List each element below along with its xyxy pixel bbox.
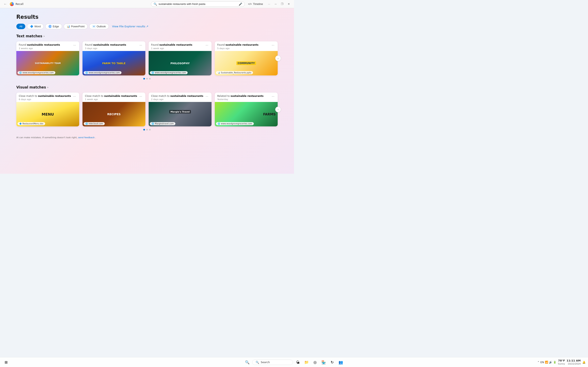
card-label-3: Found sustainable restaurants (151, 43, 205, 47)
visual-card-time-4: Yesterday (217, 98, 271, 101)
visual-card-label-3: Close match to sustainable restaurants (151, 95, 205, 98)
card-source-text-2: www.woodgrovegroceries.com (89, 72, 120, 74)
card-menu-4[interactable]: ··· (271, 43, 275, 47)
card-source-text-1: www.woodgrovegroceries.com (22, 72, 54, 74)
dot-2-2[interactable] (146, 129, 148, 131)
filter-powerpoint[interactable]: 📊 PowerPoint (64, 24, 87, 29)
visual-card-menu-2[interactable]: ··· (139, 95, 143, 98)
search-icon: 🔍 (154, 2, 157, 6)
send-feedback-link[interactable]: send feedback (78, 136, 95, 139)
external-link-icon: ↗ (146, 25, 148, 28)
text-matches-title: Text matches (16, 34, 42, 38)
outlook-icon: 📧 (92, 25, 95, 28)
visual-card-favicon-3: 🌐 (151, 123, 154, 125)
recall-icon (10, 2, 14, 6)
main-content: Results All 🔷 Word 🌀 Edge 📊 PowerPoint 📧… (0, 8, 294, 174)
visual-card-favicon-4: 🌐 (218, 123, 220, 125)
timeline-label: Timeline (253, 2, 263, 6)
visual-card-source-3: 🌐 Margiestravel.com (150, 122, 175, 125)
visual-card-favicon-2: 🌐 (85, 123, 88, 125)
card-time-1: 2 weeks ago (19, 47, 72, 50)
ai-disclaimer: AI can make mistakes. If something doesn… (16, 136, 278, 139)
visual-matches-grid: Close match to sustainable restaurants 6… (16, 92, 278, 127)
search-bar[interactable]: 🔍 🎤 (151, 1, 245, 7)
visual-card-menu-3[interactable]: ··· (205, 95, 209, 98)
visual-card-header-4: Related to sustainable restaurants Yeste… (215, 92, 278, 102)
dot-1-active[interactable] (143, 78, 145, 80)
card-header-1: Found sustainable restaurants 2 weeks ag… (16, 42, 79, 51)
mic-icon[interactable]: 🎤 (239, 2, 242, 6)
card-label-1: Found sustainable restaurants (19, 43, 72, 47)
card-image-wrapper-1: 🌐 www.woodgrovegroceries.com (16, 51, 79, 75)
word-label: Word (34, 25, 41, 28)
dot-2-3[interactable] (149, 129, 151, 131)
visual-card-time-1: 6 days ago (19, 98, 72, 101)
word-icon: 🔷 (30, 25, 33, 28)
text-match-card-3[interactable]: Found sustainable restaurants 1 week ago… (149, 42, 212, 75)
text-matches-next[interactable]: › (275, 55, 281, 61)
visual-match-card-2[interactable]: Close match to sustainable restaurants 1… (82, 92, 145, 127)
visual-card-image-wrapper-3: 🌐 Margiestravel.com (149, 102, 212, 126)
card-time-3: 1 week ago (151, 47, 205, 50)
text-matches-header[interactable]: Text matches › (16, 34, 278, 38)
powerpoint-label: PowerPoint (71, 25, 85, 28)
outlook-label: Outlook (96, 25, 106, 28)
search-input[interactable] (159, 2, 237, 6)
all-label: All (19, 25, 22, 28)
text-matches-cards-wrapper: Found sustainable restaurants 2 weeks ag… (16, 42, 278, 75)
edge-icon: 🌀 (48, 25, 52, 28)
visual-card-source-text-3: Margiestravel.com (155, 123, 174, 125)
filter-outlook[interactable]: 📧 Outlook (89, 24, 109, 29)
text-matches-chevron: › (43, 34, 45, 38)
card-time-4: 5 days ago (217, 47, 271, 50)
card-header-2: Found sustainable restaurants 3 days ago… (82, 42, 145, 51)
visual-card-menu-1[interactable]: ··· (72, 95, 77, 98)
card-menu-3[interactable]: ··· (205, 43, 209, 47)
visual-card-title-area-1: Close match to sustainable restaurants 6… (19, 95, 72, 101)
visual-card-title-area-3: Close match to sustainable restaurants 2… (151, 95, 205, 101)
page-title: Results (16, 14, 278, 20)
ai-disclaimer-text: AI can make mistakes. If something doesn… (16, 136, 77, 139)
visual-match-card-1[interactable]: Close match to sustainable restaurants 6… (16, 92, 79, 127)
close-button[interactable]: ✕ (286, 1, 292, 7)
card-source-4: 📊 Sustainable_Restaurants.pptx (216, 71, 253, 74)
card-menu-2[interactable]: ··· (139, 43, 143, 47)
timeline-button[interactable]: </> Timeline (246, 2, 265, 6)
card-label-2: Found sustainable restaurants (85, 43, 139, 47)
more-options-button[interactable]: ··· (266, 1, 272, 7)
minimize-button[interactable]: ─ (273, 1, 278, 7)
back-button[interactable]: ← (2, 1, 8, 7)
card-source-favicon-3: 🌐 (151, 72, 154, 74)
view-file-explorer-link[interactable]: View File Explorer results ↗ (112, 25, 148, 28)
visual-matches-title: Visual matches (16, 85, 46, 89)
dot-1-3[interactable] (149, 78, 151, 80)
visual-card-title-area-4: Related to sustainable restaurants Yeste… (217, 95, 271, 101)
window-controls: ··· ─ ❐ ✕ (266, 1, 292, 7)
text-match-card-1[interactable]: Found sustainable restaurants 2 weeks ag… (16, 42, 79, 75)
back-icon: ← (4, 2, 7, 6)
card-title-area-2: Found sustainable restaurants 3 days ago (85, 43, 139, 50)
restore-button[interactable]: ❐ (279, 1, 285, 7)
text-match-card-4[interactable]: Found sustainable restaurants 5 days ago… (215, 42, 278, 75)
visual-match-card-4[interactable]: Related to sustainable restaurants Yeste… (215, 92, 278, 127)
card-image-wrapper-4: 📊 Sustainable_Restaurants.pptx (215, 51, 278, 75)
visual-match-card-3[interactable]: Close match to sustainable restaurants 2… (149, 92, 212, 127)
text-match-card-2[interactable]: Found sustainable restaurants 3 days ago… (82, 42, 145, 75)
dot-1-2[interactable] (146, 78, 148, 80)
card-menu-1[interactable]: ··· (72, 43, 77, 47)
app-title: Recall (16, 2, 149, 6)
card-title-area-3: Found sustainable restaurants 1 week ago (151, 43, 205, 50)
dot-2-active[interactable] (143, 129, 145, 131)
filter-edge[interactable]: 🌀 Edge (45, 24, 62, 29)
visual-card-source-text-4: www.woodgrovegroceries.com (221, 123, 252, 125)
visual-card-source-2: 🌐 relecloud.com (84, 122, 105, 125)
visual-matches-header[interactable]: Visual matches › (16, 85, 278, 89)
filter-word[interactable]: 🔷 Word (27, 24, 44, 29)
visual-card-image-wrapper-1: 🔷 RestaurantMenu.doc (16, 102, 79, 126)
visual-card-menu-4[interactable]: ··· (271, 95, 275, 98)
filter-all[interactable]: All (16, 24, 25, 29)
timeline-code-icon: </> (248, 2, 252, 6)
card-label-4: Found sustainable restaurants (217, 43, 271, 47)
visual-matches-next[interactable]: › (275, 107, 281, 112)
visual-card-header-3: Close match to sustainable restaurants 2… (149, 92, 212, 102)
